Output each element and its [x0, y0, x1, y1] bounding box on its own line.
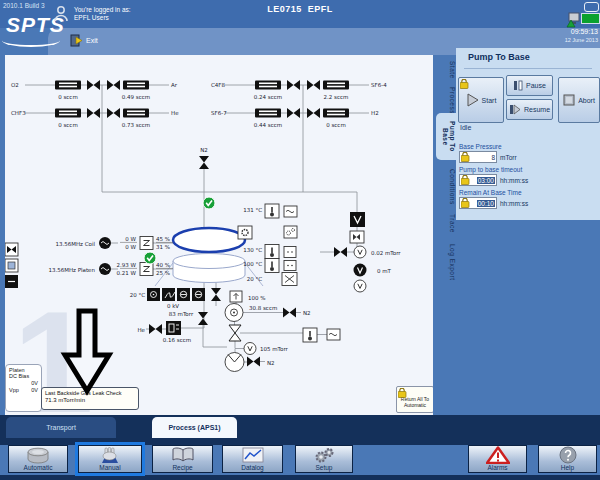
n2-valve-icon[interactable] — [199, 156, 209, 169]
temp-lower: 100 °C — [243, 261, 262, 267]
gauge-valve-icon[interactable] — [334, 247, 347, 257]
recipe-label: Recipe — [172, 464, 192, 471]
gas-source-label: C4F8 — [211, 82, 226, 88]
gas-valve-icon[interactable] — [287, 108, 300, 118]
side-tab-state[interactable]: State — [432, 55, 456, 85]
abort-label: Abort — [578, 97, 595, 104]
padlock-icon — [461, 175, 470, 185]
mfc-icon[interactable] — [55, 81, 81, 90]
rf-tune: 40 % — [156, 262, 170, 268]
mfc-icon[interactable] — [123, 109, 149, 118]
side-tab-conditions[interactable]: Conditions — [432, 167, 456, 207]
side-tab-trace[interactable]: Trace — [432, 210, 456, 236]
tab-process-aps1[interactable]: Process (APS1) — [152, 417, 237, 438]
clock-date: 12 June 2013 — [535, 37, 598, 43]
status-check-icon — [144, 252, 156, 264]
manual-label: Manual — [99, 464, 120, 471]
gas-source-label: CHF3 — [11, 110, 26, 116]
gas-source-label: O2 — [11, 82, 19, 88]
help-label: Help — [561, 464, 574, 471]
machine-title: LE0715 EPFL — [0, 4, 600, 14]
setup-button[interactable]: Setup — [295, 445, 353, 473]
pump-icon[interactable] — [225, 353, 244, 372]
chuck-module-icons[interactable] — [147, 288, 205, 301]
timeout-unit: hh:mm:ss — [500, 177, 528, 184]
rf-reflected-power: 0 W — [125, 244, 136, 250]
resume-button[interactable]: Resume — [506, 99, 553, 120]
left-device-icons[interactable] — [5, 243, 18, 288]
leak-check-box: Last Backside Gas Leak Check 71.3 mTorr/… — [41, 387, 139, 410]
mfc-flow-value: 0 sccm — [58, 122, 78, 128]
rf-forward-power: 2.93 W — [117, 262, 137, 268]
rf-generator-icon[interactable] — [99, 237, 111, 249]
matching-network-icon[interactable] — [140, 237, 153, 250]
datalog-button[interactable]: Datalog — [222, 445, 283, 473]
pause-button[interactable]: Pause — [506, 75, 553, 96]
bypass-valve-icon[interactable] — [198, 312, 208, 325]
mfc-flow-value: 0.73 sccm — [122, 122, 150, 128]
gas-valve-icon[interactable] — [107, 80, 120, 90]
alarms-button[interactable]: Alarms — [468, 445, 527, 473]
gas-valve-icon[interactable] — [307, 108, 320, 118]
pump-purge-valve-icon[interactable] — [247, 357, 260, 367]
mfc-icon[interactable] — [255, 81, 281, 90]
mfc-icon[interactable] — [123, 81, 149, 90]
gear-pair-icon — [284, 226, 297, 238]
foreline-gauge-icon — [244, 343, 256, 355]
heater-icon[interactable] — [265, 245, 279, 259]
remain-field[interactable]: 00:10 — [459, 197, 497, 209]
side-tab-log-export[interactable]: Log Export — [432, 240, 456, 284]
leak-check-title: Last Backside Gas Leak Check — [45, 390, 135, 397]
mfc-icon[interactable] — [255, 109, 281, 118]
alarm-triangle-icon — [486, 446, 510, 464]
recipe-button[interactable]: Recipe — [152, 445, 213, 473]
he-mfc-icon[interactable] — [166, 321, 181, 335]
chamber-iso-valve-icon[interactable] — [211, 288, 221, 301]
help-button[interactable]: Help — [538, 445, 597, 473]
health-bar-icon — [581, 13, 600, 24]
mfc-icon[interactable] — [55, 109, 81, 118]
manual-button[interactable]: Manual — [78, 445, 142, 473]
n2-flow-gauge-icon — [225, 304, 243, 322]
temp-wall: 20 °C — [247, 276, 262, 282]
panel-divider — [464, 68, 592, 69]
backside-gas-label: He — [137, 327, 145, 333]
padlock-icon — [461, 152, 470, 162]
mfc-icon[interactable] — [323, 81, 349, 90]
vent-valve-icon[interactable] — [350, 231, 364, 243]
network-health-icon — [566, 11, 580, 28]
pump-heater-icon[interactable] — [303, 328, 317, 342]
gas-dest-label: Ar — [171, 82, 178, 88]
n2-line-label: N2 — [303, 310, 311, 316]
coil-antenna — [173, 228, 245, 252]
vpp-value: 0V — [31, 387, 38, 394]
tab-transport[interactable]: Transport — [6, 417, 116, 438]
gas-valve-icon[interactable] — [307, 80, 320, 90]
heater-icon[interactable] — [265, 259, 279, 273]
padlock-icon — [398, 388, 407, 398]
n2-purge-label: N2 — [200, 147, 208, 153]
gas-valve-icon[interactable] — [287, 80, 300, 90]
resume-label: Resume — [524, 106, 550, 113]
gas-valve-icon[interactable] — [87, 108, 100, 118]
iso-valve-icon[interactable] — [350, 212, 365, 227]
gas-valve-icon[interactable] — [87, 80, 100, 90]
open-valve-icon[interactable] — [229, 325, 241, 341]
side-tab-pump-to-base[interactable]: Pump To Base — [436, 113, 456, 160]
n2-line-valve-icon[interactable] — [283, 308, 296, 318]
matching-network-icon[interactable] — [140, 263, 153, 276]
exit-button[interactable]: Exit — [70, 33, 98, 47]
timeout-field[interactable]: 03:00 — [459, 174, 497, 186]
gas-valve-icon[interactable] — [107, 108, 120, 118]
heater-icon[interactable] — [265, 204, 279, 218]
mfc-icon[interactable] — [323, 109, 349, 118]
padlock-icon — [461, 198, 470, 208]
rf-generator-icon[interactable] — [99, 263, 111, 275]
automatic-button[interactable]: Automatic — [8, 445, 68, 473]
he-valve-icon[interactable] — [149, 324, 162, 334]
automatic-icon — [25, 447, 51, 464]
gearbox-icon — [238, 226, 252, 239]
return-all-to-automatic-button[interactable]: Return All To Automatic — [396, 386, 433, 413]
abort-button[interactable]: Abort — [558, 77, 600, 123]
base-pressure-field[interactable]: 8 — [459, 151, 497, 163]
